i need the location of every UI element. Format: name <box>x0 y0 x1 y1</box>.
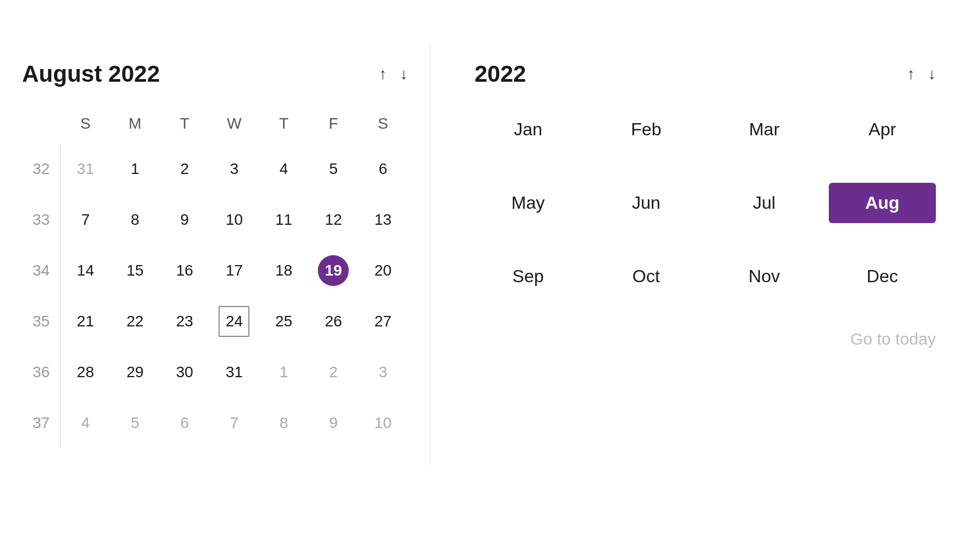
day-number: 7 <box>70 204 101 235</box>
month-cell-jun[interactable]: Jun <box>593 183 700 223</box>
day-number: 2 <box>318 357 349 388</box>
day-number: 30 <box>169 357 200 388</box>
month-cell-jan[interactable]: Jan <box>475 109 582 150</box>
day-number: 3 <box>219 154 249 184</box>
day-number: 9 <box>169 204 200 235</box>
day-number: 1 <box>268 357 299 388</box>
day-number: 25 <box>268 306 299 337</box>
week-number: 33 <box>22 194 61 245</box>
month-year-title: August 2022 <box>22 61 160 87</box>
day-cell[interactable]: 21 <box>61 296 110 347</box>
day-cell[interactable]: 2 <box>308 347 358 398</box>
day-number: 31 <box>70 154 101 184</box>
day-cell[interactable]: 22 <box>110 296 160 347</box>
day-number: 29 <box>120 357 151 388</box>
go-to-today-button[interactable]: Go to today <box>475 330 936 348</box>
day-cell[interactable]: 1 <box>259 347 308 398</box>
day-number: 18 <box>268 255 299 286</box>
day-cell[interactable]: 30 <box>160 347 210 398</box>
month-cell-oct[interactable]: Oct <box>593 256 700 297</box>
day-number: 22 <box>120 306 151 337</box>
day-number: 17 <box>219 255 249 286</box>
dow-header-2: T <box>160 109 210 144</box>
day-cell[interactable]: 6 <box>160 398 210 448</box>
day-cell[interactable]: 8 <box>259 398 308 448</box>
day-cell[interactable]: 6 <box>358 144 408 194</box>
day-cell[interactable]: 23 <box>160 296 210 347</box>
day-cell[interactable]: 29 <box>110 347 160 398</box>
day-number: 15 <box>120 255 151 286</box>
day-cell[interactable]: 26 <box>308 296 358 347</box>
left-panel-header: August 2022 ↑ ↓ <box>22 61 408 87</box>
right-nav-up-button[interactable]: ↑ <box>907 66 915 82</box>
dow-header-6: S <box>358 109 408 144</box>
dow-header-0: S <box>61 109 110 144</box>
left-panel: August 2022 ↑ ↓ SMTWTFS32311234563378910… <box>0 44 430 465</box>
left-nav-arrows: ↑ ↓ <box>379 66 408 82</box>
day-cell[interactable]: 18 <box>259 245 308 296</box>
week-number: 34 <box>22 245 61 296</box>
day-cell[interactable]: 9 <box>308 398 358 448</box>
day-cell[interactable]: 24 <box>210 296 259 347</box>
day-cell[interactable]: 1 <box>110 144 160 194</box>
day-cell[interactable]: 19 <box>308 245 358 296</box>
day-cell[interactable]: 3 <box>210 144 259 194</box>
week-number: 35 <box>22 296 61 347</box>
month-cell-feb[interactable]: Feb <box>593 109 700 150</box>
day-cell[interactable]: 9 <box>160 194 210 245</box>
month-cell-aug[interactable]: Aug <box>829 183 936 223</box>
month-cell-dec[interactable]: Dec <box>829 256 936 297</box>
day-cell[interactable]: 17 <box>210 245 259 296</box>
month-cell-apr[interactable]: Apr <box>829 109 936 150</box>
day-cell[interactable]: 11 <box>259 194 308 245</box>
day-cell[interactable]: 28 <box>61 347 110 398</box>
day-cell[interactable]: 13 <box>358 194 408 245</box>
day-number: 21 <box>70 306 101 337</box>
day-cell[interactable]: 7 <box>210 398 259 448</box>
day-cell[interactable]: 27 <box>358 296 408 347</box>
month-cell-nov[interactable]: Nov <box>711 256 818 297</box>
day-cell[interactable]: 10 <box>210 194 259 245</box>
day-number: 14 <box>70 255 101 286</box>
right-nav-arrows: ↑ ↓ <box>907 66 936 82</box>
day-cell[interactable]: 3 <box>358 347 408 398</box>
day-cell[interactable]: 20 <box>358 245 408 296</box>
day-number: 10 <box>368 408 398 439</box>
day-cell[interactable]: 31 <box>210 347 259 398</box>
day-number: 11 <box>268 204 299 235</box>
right-panel-header: 2022 ↑ ↓ <box>475 61 936 87</box>
day-cell[interactable]: 16 <box>160 245 210 296</box>
day-number: 5 <box>120 408 151 439</box>
dow-header-3: W <box>210 109 259 144</box>
year-title: 2022 <box>475 61 526 87</box>
dow-header-1: M <box>110 109 160 144</box>
day-number: 5 <box>318 154 349 184</box>
day-number: 2 <box>169 154 200 184</box>
day-cell[interactable]: 5 <box>110 398 160 448</box>
month-cell-mar[interactable]: Mar <box>711 109 818 150</box>
left-nav-up-button[interactable]: ↑ <box>379 66 387 82</box>
day-cell[interactable]: 8 <box>110 194 160 245</box>
month-cell-may[interactable]: May <box>475 183 582 223</box>
day-number: 31 <box>219 357 249 388</box>
calendar-grid: SMTWTFS323112345633789101112133414151617… <box>22 109 408 448</box>
day-cell[interactable]: 25 <box>259 296 308 347</box>
day-cell[interactable]: 5 <box>308 144 358 194</box>
right-nav-down-button[interactable]: ↓ <box>928 66 936 82</box>
day-number: 23 <box>169 306 200 337</box>
day-cell[interactable]: 14 <box>61 245 110 296</box>
month-cell-jul[interactable]: Jul <box>711 183 818 223</box>
left-nav-down-button[interactable]: ↓ <box>400 66 408 82</box>
day-cell[interactable]: 15 <box>110 245 160 296</box>
day-cell[interactable]: 10 <box>358 398 408 448</box>
day-cell[interactable]: 12 <box>308 194 358 245</box>
day-cell[interactable]: 4 <box>61 398 110 448</box>
day-cell[interactable]: 31 <box>61 144 110 194</box>
month-cell-sep[interactable]: Sep <box>475 256 582 297</box>
day-cell[interactable]: 4 <box>259 144 308 194</box>
right-panel: 2022 ↑ ↓ JanFebMarAprMayJunJulAugSepOctN… <box>430 44 980 365</box>
day-cell[interactable]: 2 <box>160 144 210 194</box>
month-grid: JanFebMarAprMayJunJulAugSepOctNovDec <box>475 109 936 297</box>
day-cell[interactable]: 7 <box>61 194 110 245</box>
day-number: 7 <box>219 408 249 439</box>
